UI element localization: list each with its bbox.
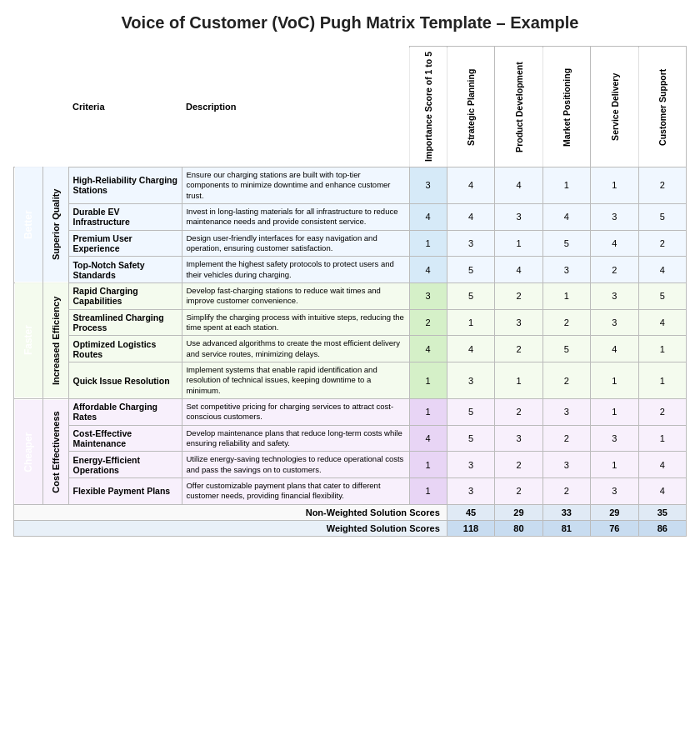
criteria-cell: High-Reliability Charging Stations (69, 167, 182, 203)
table-row: CheaperCost EffectivenessAffordable Char… (14, 399, 687, 426)
group-cell-faster: Faster (14, 282, 43, 398)
score-cell: 3 (591, 478, 638, 505)
description-cell: Ensure our charging stations are built w… (182, 167, 409, 203)
score-cell: 4 (447, 167, 494, 203)
importance-value: 4 (409, 336, 447, 362)
non-weighted-score: 29 (591, 504, 638, 520)
description-cell: Set competitive pricing for charging ser… (182, 399, 409, 426)
description-cell: Use advanced algorithms to create the mo… (182, 336, 409, 362)
score-cell: 1 (591, 362, 638, 399)
solution-header-4: Customer Support (638, 47, 686, 168)
score-cell: 1 (542, 282, 590, 309)
importance-value: 1 (409, 478, 447, 505)
column-header-row: Criteria Description Importance Score of… (14, 47, 687, 168)
table-row: Energy-Efficient OperationsUtilize energ… (14, 452, 687, 478)
score-cell: 1 (638, 336, 686, 362)
score-cell: 2 (638, 230, 686, 257)
description-cell: Design user-friendly interfaces for easy… (182, 230, 409, 257)
description-cell: Develop maintenance plans that reduce lo… (182, 425, 409, 452)
criteria-cell: Energy-Efficient Operations (69, 452, 182, 478)
category-cell-0: Superior Quality (42, 167, 69, 282)
non-weighted-score: 45 (447, 504, 494, 520)
score-cell: 3 (495, 309, 542, 336)
score-cell: 4 (638, 478, 686, 505)
score-cell: 2 (495, 282, 542, 309)
description-cell: Offer customizable payment plans that ca… (182, 478, 409, 505)
score-cell: 3 (542, 452, 590, 478)
criteria-cell: Flexible Payment Plans (69, 478, 182, 505)
score-cell: 3 (591, 203, 638, 230)
description-cell: Develop fast-charging stations to reduce… (182, 282, 409, 309)
score-cell: 1 (542, 167, 590, 203)
score-cell: 3 (495, 203, 542, 230)
score-cell: 3 (542, 257, 590, 283)
score-cell: 4 (495, 167, 542, 203)
score-cell: 4 (447, 203, 494, 230)
non-weighted-label: Non-Weighted Solution Scores (14, 504, 448, 520)
score-cell: 2 (638, 167, 686, 203)
description-header: Description (182, 47, 409, 168)
score-cell: 5 (542, 336, 590, 362)
table-row: FasterIncreased EfficiencyRapid Charging… (14, 282, 687, 309)
solution-header-2: Market Positioning (542, 47, 590, 168)
solution-header-1: Product Development (495, 47, 542, 168)
criteria-cell: Optimized Logistics Routes (69, 336, 182, 362)
score-cell: 2 (542, 309, 590, 336)
category-cell-2: Cost Effectiveness (42, 399, 69, 505)
score-cell: 2 (495, 478, 542, 505)
weighted-score: 86 (638, 520, 686, 536)
description-cell: Implement systems that enable rapid iden… (182, 362, 409, 399)
table-row: Flexible Payment PlansOffer customizable… (14, 478, 687, 505)
score-cell: 1 (447, 309, 494, 336)
weighted-score: 76 (591, 520, 638, 536)
table-row: Quick Issue ResolutionImplement systems … (14, 362, 687, 399)
score-cell: 5 (447, 282, 494, 309)
score-cell: 5 (542, 230, 590, 257)
importance-header: Importance Score of 1 to 5 (409, 47, 447, 168)
non-weighted-row: Non-Weighted Solution Scores4529332935 (14, 504, 687, 520)
group-cell-better: Better (14, 167, 43, 282)
solution-header-0: Strategic Planning (447, 47, 494, 168)
score-cell: 2 (542, 478, 590, 505)
table-row: Premium User ExperienceDesign user-frien… (14, 230, 687, 257)
weighted-score: 80 (495, 520, 542, 536)
importance-value: 1 (409, 362, 447, 399)
score-cell: 1 (591, 167, 638, 203)
matrix-container: Criteria Description Importance Score of… (13, 46, 687, 537)
score-cell: 4 (591, 230, 638, 257)
criteria-header: Criteria (69, 47, 182, 168)
score-cell: 2 (542, 425, 590, 452)
importance-value: 2 (409, 309, 447, 336)
table-row: BetterSuperior QualityHigh-Reliability C… (14, 167, 687, 203)
score-cell: 5 (447, 257, 494, 283)
criteria-cell: Streamlined Charging Process (69, 309, 182, 336)
group-cell-cheaper: Cheaper (14, 399, 43, 505)
solution-header-3: Service Delivery (591, 47, 638, 168)
score-cell: 3 (447, 362, 494, 399)
score-cell: 3 (591, 425, 638, 452)
criteria-cell: Cost-Effective Maintenance (69, 425, 182, 452)
criteria-cell: Durable EV Infrastructure (69, 203, 182, 230)
score-cell: 5 (638, 203, 686, 230)
description-cell: Utilize energy-saving technologies to re… (182, 452, 409, 478)
description-cell: Implement the highest safety protocols t… (182, 257, 409, 283)
weighted-row: Weighted Solution Scores11880817686 (14, 520, 687, 536)
score-cell: 4 (447, 336, 494, 362)
non-weighted-score: 29 (495, 504, 542, 520)
pugh-matrix-table: Criteria Description Importance Score of… (13, 46, 687, 537)
importance-value: 3 (409, 282, 447, 309)
score-cell: 3 (542, 399, 590, 426)
score-cell: 5 (638, 282, 686, 309)
score-cell: 3 (447, 478, 494, 505)
description-cell: Simplify the charging process with intui… (182, 309, 409, 336)
score-cell: 3 (447, 230, 494, 257)
score-cell: 2 (495, 336, 542, 362)
table-row: Top-Notch Safety StandardsImplement the … (14, 257, 687, 283)
weighted-label: Weighted Solution Scores (14, 520, 448, 536)
score-cell: 5 (447, 425, 494, 452)
score-cell: 3 (591, 282, 638, 309)
criteria-cell: Rapid Charging Capabilities (69, 282, 182, 309)
page-title: Voice of Customer (VoC) Pugh Matrix Temp… (13, 13, 687, 32)
importance-value: 3 (409, 167, 447, 203)
score-cell: 1 (591, 399, 638, 426)
